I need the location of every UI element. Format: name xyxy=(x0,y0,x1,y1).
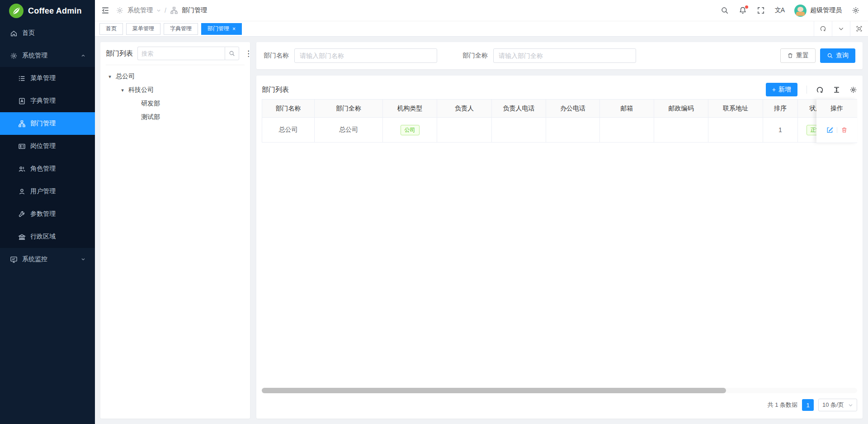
sidebar-item-home[interactable]: 首页 xyxy=(0,22,95,44)
dept-table: 部门名称 部门全称 机构类型 负责人 负责人电话 办公电话 邮箱 邮政编码 联系… xyxy=(262,99,857,143)
chevron-down-icon xyxy=(80,257,86,262)
col-sort[interactable]: 排序 xyxy=(763,100,798,118)
caret-down-icon[interactable]: ▾ xyxy=(107,74,113,80)
reset-button[interactable]: 重置 xyxy=(780,48,816,63)
sidebar-item-user-mgmt[interactable]: 用户管理 xyxy=(0,180,95,203)
pagination: 共 1 条数据 1 10 条/页 xyxy=(262,396,857,414)
col-operations: 操作 xyxy=(816,99,857,118)
dept-tree: ▾ 总公司 ▾ 科技公司 研发部 测试部 xyxy=(106,65,245,124)
scrollbar-thumb[interactable] xyxy=(262,388,726,393)
col-leader[interactable]: 负责人 xyxy=(437,100,492,118)
row-height-icon[interactable] xyxy=(833,86,840,94)
tree-search-input[interactable] xyxy=(137,47,225,60)
breadcrumb-parent[interactable]: 系统管理 xyxy=(127,6,153,14)
sidebar-item-label: 岗位管理 xyxy=(30,142,86,150)
col-email[interactable]: 邮箱 xyxy=(600,100,654,118)
sidebar-item-label: 系统监控 xyxy=(22,255,76,263)
sidebar-item-monitor[interactable]: 系统监控 xyxy=(0,248,95,271)
content-area: 部门列表 ⋮ ▾ 总公司 ▾ xyxy=(95,37,868,424)
notification-badge xyxy=(745,5,748,9)
tree-more-menu-icon[interactable]: ⋮ xyxy=(244,49,253,58)
app-root: Coffee Admin 首页 系统管理 菜单管理 字典管理 xyxy=(0,0,868,424)
col-postal-code[interactable]: 邮政编码 xyxy=(654,100,708,118)
sidebar-item-label: 行政区域 xyxy=(30,233,86,241)
user-name: 超级管理员 xyxy=(810,6,842,14)
chevron-down-icon xyxy=(848,403,853,408)
tab-dict-mgmt[interactable]: 字典管理 xyxy=(164,23,198,35)
avatar xyxy=(794,5,807,17)
sidebar: Coffee Admin 首页 系统管理 菜单管理 字典管理 xyxy=(0,0,95,424)
sidebar-item-post-mgmt[interactable]: 岗位管理 xyxy=(0,135,95,157)
sidebar-item-role-mgmt[interactable]: 角色管理 xyxy=(0,157,95,180)
chevron-up-icon xyxy=(80,53,86,58)
translate-icon[interactable]: 文A xyxy=(775,6,784,14)
collapse-sidebar-icon[interactable] xyxy=(101,6,109,14)
dept-name-input[interactable] xyxy=(294,48,437,63)
tree-node[interactable]: ▾ 总公司 xyxy=(106,70,245,83)
horizontal-scrollbar[interactable] xyxy=(262,388,857,393)
notifications-bell-icon[interactable] xyxy=(739,6,747,14)
breadcrumb-separator: / xyxy=(165,7,166,14)
dept-tree-panel: 部门列表 ⋮ ▾ 总公司 ▾ xyxy=(100,42,250,419)
logo[interactable]: Coffee Admin xyxy=(0,0,95,22)
sidebar-item-dept-mgmt[interactable]: 部门管理 xyxy=(0,112,95,135)
trash-icon xyxy=(787,52,793,59)
page-1-button[interactable]: 1 xyxy=(802,399,814,411)
search-icon[interactable] xyxy=(721,6,729,14)
tree-search-button[interactable] xyxy=(225,47,239,60)
dictionary-icon xyxy=(18,97,26,105)
settings-gear-icon[interactable] xyxy=(852,6,860,14)
add-button[interactable]: + 新增 xyxy=(766,83,797,96)
col-office-phone[interactable]: 办公电话 xyxy=(546,100,600,118)
sidebar-item-system[interactable]: 系统管理 xyxy=(0,44,95,67)
org-chart-icon xyxy=(170,6,178,14)
search-button[interactable]: 查询 xyxy=(820,48,855,63)
tab-dept-mgmt[interactable]: 部门管理 × xyxy=(201,23,242,35)
tree-node[interactable]: ▾ 科技公司 xyxy=(106,83,245,97)
sidebar-item-label: 用户管理 xyxy=(30,187,86,195)
edit-row-icon[interactable] xyxy=(826,127,833,133)
col-dept-fullname[interactable]: 部门全称 xyxy=(315,100,383,118)
refresh-tab-icon[interactable] xyxy=(814,21,832,36)
user-menu[interactable]: 超级管理员 xyxy=(794,5,842,17)
dept-fullname-label: 部门全称 xyxy=(462,52,488,60)
fullscreen-icon[interactable] xyxy=(757,6,765,14)
id-card-icon xyxy=(18,143,26,150)
sidebar-item-menu-mgmt[interactable]: 菜单管理 xyxy=(0,67,95,90)
sidebar-item-param-mgmt[interactable]: 参数管理 xyxy=(0,203,95,225)
tab-close-icon[interactable]: × xyxy=(232,26,236,32)
breadcrumb: 系统管理 / 部门管理 xyxy=(116,6,207,14)
tab-actions-chevron-icon[interactable] xyxy=(832,21,850,36)
tree-node[interactable]: 研发部 xyxy=(106,97,245,110)
table-row[interactable]: 总公司 总公司 公司 1 正 xyxy=(262,118,858,143)
tree-node[interactable]: 测试部 xyxy=(106,110,245,124)
column-settings-gear-icon[interactable] xyxy=(849,86,857,94)
sidebar-menu: 首页 系统管理 菜单管理 字典管理 部门管理 xyxy=(0,22,95,424)
table-title: 部门列表 xyxy=(262,86,289,94)
dept-fullname-input[interactable] xyxy=(493,48,636,63)
sidebar-item-region[interactable]: 行政区域 xyxy=(0,225,95,248)
home-icon xyxy=(10,29,18,37)
sidebar-item-dict-mgmt[interactable]: 字典管理 xyxy=(0,90,95,112)
tree-panel-title: 部门列表 xyxy=(106,49,133,58)
col-dept-name[interactable]: 部门名称 xyxy=(262,100,315,118)
sidebar-item-label: 角色管理 xyxy=(30,165,86,173)
gear-icon xyxy=(10,52,18,60)
monitor-icon xyxy=(10,256,18,263)
delete-row-icon[interactable] xyxy=(841,127,848,133)
tab-home[interactable]: 首页 xyxy=(99,23,123,35)
table-header-row: 部门名称 部门全称 机构类型 负责人 负责人电话 办公电话 邮箱 邮政编码 联系… xyxy=(262,100,858,118)
page-size-select[interactable]: 10 条/页 xyxy=(818,399,857,411)
table-card: 部门列表 + 新增 xyxy=(256,76,863,419)
col-leader-phone[interactable]: 负责人电话 xyxy=(492,100,546,118)
list-icon xyxy=(18,75,26,82)
filter-bar: 部门名称 部门全称 重置 查询 xyxy=(256,42,863,69)
refresh-table-icon[interactable] xyxy=(816,86,824,94)
col-address[interactable]: 联系地址 xyxy=(708,100,763,118)
tab-menu-mgmt[interactable]: 菜单管理 xyxy=(126,23,160,35)
sidebar-item-label: 菜单管理 xyxy=(30,74,86,82)
maximize-content-icon[interactable] xyxy=(850,21,868,36)
caret-down-icon[interactable]: ▾ xyxy=(119,87,126,93)
col-org-type[interactable]: 机构类型 xyxy=(383,100,437,118)
sidebar-submenu: 菜单管理 字典管理 部门管理 岗位管理 角色管理 xyxy=(0,67,95,248)
